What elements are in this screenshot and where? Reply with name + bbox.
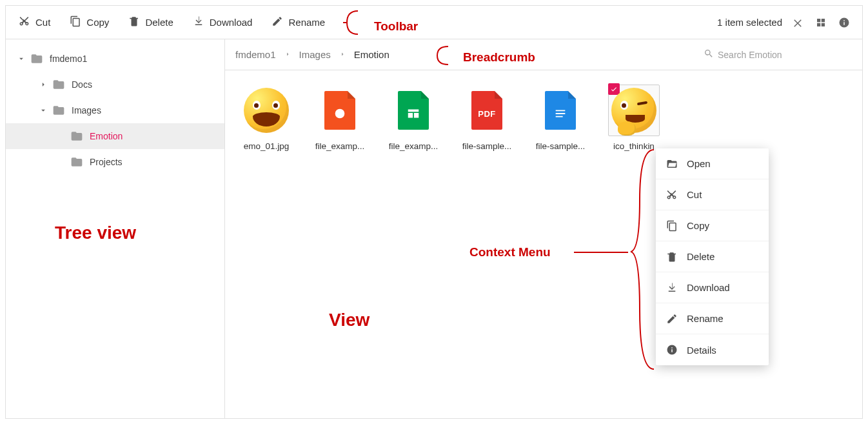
view-toggle-button[interactable] xyxy=(809,11,833,34)
file-name: file_examp... xyxy=(389,141,439,151)
ctx-copy[interactable]: Copy xyxy=(656,210,769,241)
file-thumbnail xyxy=(241,85,292,136)
ctx-rename[interactable]: Rename xyxy=(656,303,769,334)
breadcrumb: fmdemo1 Images Emotion xyxy=(225,39,862,70)
details-button[interactable] xyxy=(833,11,856,34)
chevron-right-icon xyxy=(284,50,291,60)
file-name: file_examp... xyxy=(315,141,365,151)
tree-label: fmdemo1 xyxy=(50,54,87,64)
tree-label: Emotion xyxy=(90,131,123,141)
search-input[interactable] xyxy=(718,50,852,60)
ctx-label: Download xyxy=(687,282,730,293)
file-thumbnail xyxy=(535,85,586,136)
folder-icon xyxy=(70,130,83,143)
emoji-thinking-icon xyxy=(611,88,656,133)
file-thumbnail xyxy=(388,85,439,136)
breadcrumb-item[interactable]: Images xyxy=(299,49,331,60)
download-icon xyxy=(666,282,678,294)
file-tile[interactable]: file_examp... xyxy=(305,82,375,154)
tree-label: Images xyxy=(72,105,101,116)
tree-item-docs[interactable]: Docs xyxy=(6,72,224,97)
delete-button[interactable]: Delete xyxy=(122,12,179,33)
info-icon xyxy=(666,344,678,356)
copy-label: Copy xyxy=(86,17,109,28)
download-button[interactable]: Download xyxy=(186,12,259,33)
tree-item-fmdemo1[interactable]: fmdemo1 xyxy=(6,46,224,72)
folder-icon xyxy=(30,52,43,65)
rename-icon xyxy=(271,15,283,29)
ctx-details[interactable]: Details xyxy=(656,334,769,365)
search-icon xyxy=(704,48,714,61)
xls-icon xyxy=(398,91,429,130)
cut-icon xyxy=(666,189,678,201)
copy-icon xyxy=(70,15,81,29)
copy-icon xyxy=(666,220,678,232)
tree-view: fmdemo1 Docs Images Emotion Projects xyxy=(6,39,225,418)
copy-button[interactable]: Copy xyxy=(63,12,115,33)
toolbar: Cut Copy Delete Download Rename 1 item s… xyxy=(6,6,862,39)
folder-icon xyxy=(52,104,65,117)
file-thumbnail: PDF xyxy=(461,85,513,136)
ctx-label: Open xyxy=(687,158,711,169)
pdf-icon: PDF xyxy=(471,91,502,130)
file-name: file-sample... xyxy=(536,141,586,151)
info-icon xyxy=(838,17,850,28)
cut-icon xyxy=(19,15,30,29)
chevron-right-icon[interactable] xyxy=(34,80,52,89)
tree-item-projects[interactable]: Projects xyxy=(6,149,224,175)
chevron-down-icon[interactable] xyxy=(12,54,30,63)
grid-icon xyxy=(815,17,827,28)
ctx-label: Cut xyxy=(687,189,702,200)
cut-label: Cut xyxy=(35,17,50,28)
ctx-label: Delete xyxy=(687,251,715,262)
ctx-download[interactable]: Download xyxy=(656,272,769,303)
tree-item-emotion[interactable]: Emotion xyxy=(6,123,224,149)
ctx-delete[interactable]: Delete xyxy=(656,241,769,272)
file-name: ico_thinkin xyxy=(613,141,655,151)
file-tile[interactable]: PDF file-sample... xyxy=(452,82,522,154)
chevron-right-icon xyxy=(339,50,346,60)
tree-item-images[interactable]: Images xyxy=(6,97,224,123)
breadcrumb-item[interactable]: Emotion xyxy=(354,49,390,60)
selection-status: 1 item selected xyxy=(717,17,782,28)
open-folder-icon xyxy=(666,158,678,170)
file-tile[interactable]: file_examp... xyxy=(379,82,448,154)
rename-button[interactable]: Rename xyxy=(265,12,331,33)
doc-icon xyxy=(545,91,576,130)
folder-icon xyxy=(52,78,65,91)
rename-icon xyxy=(666,313,678,325)
file-name: file-sample... xyxy=(462,141,512,151)
download-label: Download xyxy=(210,17,253,28)
file-tile[interactable]: emo_01.jpg xyxy=(232,82,301,154)
ctx-cut[interactable]: Cut xyxy=(656,179,769,210)
download-icon xyxy=(193,15,204,29)
ctx-label: Rename xyxy=(687,313,724,324)
emoji-shocked-icon xyxy=(244,88,289,133)
breadcrumb-item[interactable]: fmdemo1 xyxy=(235,49,276,60)
delete-label: Delete xyxy=(145,17,173,28)
folder-icon xyxy=(70,156,83,168)
cut-button[interactable]: Cut xyxy=(12,12,57,33)
context-menu: Open Cut Copy Delete Download Rename Det… xyxy=(656,148,769,365)
delete-icon xyxy=(666,251,678,263)
ctx-label: Copy xyxy=(687,220,709,231)
close-icon xyxy=(792,17,804,28)
file-thumbnail xyxy=(314,85,366,136)
search-box[interactable] xyxy=(704,48,852,61)
file-tile[interactable]: file-sample... xyxy=(526,82,595,154)
tree-label: Projects xyxy=(90,157,123,167)
chevron-down-icon[interactable] xyxy=(34,106,52,115)
ctx-open[interactable]: Open xyxy=(656,148,769,179)
ppt-icon xyxy=(324,91,355,130)
tree-label: Docs xyxy=(72,79,92,90)
rename-label: Rename xyxy=(288,17,325,28)
file-tile[interactable]: ico_thinkin xyxy=(599,82,669,154)
clear-selection-button[interactable] xyxy=(786,11,809,34)
delete-icon xyxy=(128,15,140,29)
ctx-label: Details xyxy=(687,345,716,356)
file-name: emo_01.jpg xyxy=(244,141,290,151)
